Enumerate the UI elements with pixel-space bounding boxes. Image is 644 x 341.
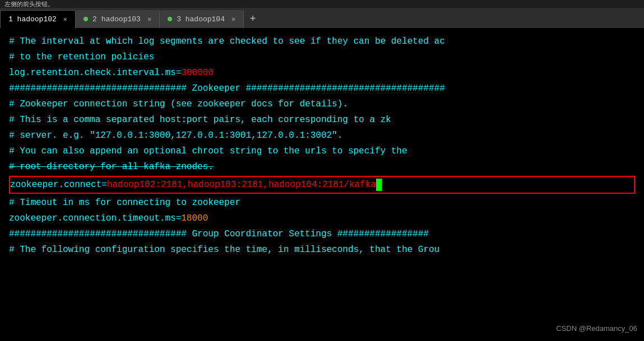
zookeeper-connect-key: zookeeper.connect [10,177,101,193]
watermark-text: CSDN @Redamancy_06 [556,324,637,333]
line-11: # The following configuration specifies … [9,242,635,258]
line-9: # Timeout in ms for connecting to zookee… [9,195,635,211]
tab1-close[interactable]: ✕ [63,15,67,24]
top-bar-text: 左侧的前头按钮。 [4,0,54,8]
tab2-label: 2 hadoop103 [92,15,141,24]
cursor [376,179,382,191]
tab3-dot [168,17,172,21]
line-7: # You can also append an optional chroot… [9,143,635,159]
watermark: CSDN @Redamancy_06 [556,321,637,337]
zookeeper-connect-value: hadoop102:2181,hadoop103:2181,hadoop104:… [107,177,376,193]
line-8: # root directory for all kafka znodes. [9,159,635,175]
line-4: # Zookeeper connection string (see zooke… [9,96,635,112]
eq-sign: = [101,177,107,193]
tab-hadoop103[interactable]: 2 hadoop103 ✕ [76,10,160,28]
tab3-close[interactable]: ✕ [231,15,235,24]
line-3: log.retention.check.interval.ms=300000 [9,65,635,81]
line-6: # server. e.g. "127.0.0.1:3000,127.0.0.1… [9,128,635,143]
tab1-label: 1 hadoop102 [8,15,57,24]
tab2-close[interactable]: ✕ [147,15,151,24]
tab-plus[interactable]: + [244,10,262,28]
tab-hadoop102[interactable]: 1 hadoop102 ✕ [0,10,76,28]
plus-icon: + [250,13,256,25]
tab2-dot [84,17,88,21]
line-1: # The interval at which log segments are… [9,34,635,49]
tab-hadoop104[interactable]: 3 hadoop104 ✕ [160,10,244,28]
tab-bar: 1 hadoop102 ✕ 2 hadoop103 ✕ 3 hadoop104 … [0,8,644,28]
line-10: zookeeper.connection.timeout.ms=18000 [9,211,635,226]
line-5: # This is a comma separated host:port pa… [9,112,635,128]
editor-area: # The interval at which log segments are… [0,28,644,341]
line-2: # to the retention policies [9,49,635,65]
line-hash-1: ################################# Zookee… [9,81,635,96]
tab3-label: 3 hadoop104 [177,15,225,24]
line-hash-2: ################################# Group … [9,226,635,242]
highlighted-line: zookeeper.connect=hadoop102:2181,hadoop1… [9,176,635,194]
top-bar: 左侧的前头按钮。 [0,0,644,8]
